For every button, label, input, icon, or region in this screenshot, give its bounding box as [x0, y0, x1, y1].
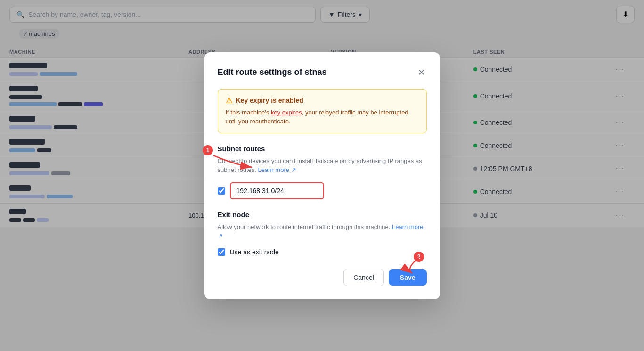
- save-button[interactable]: Save: [389, 269, 427, 286]
- modal-title: Edit route settings of stnas: [218, 67, 327, 77]
- subnet-routes-section: Subnet routes Connect to devices you can…: [218, 145, 427, 199]
- annotation-badge-2: 2: [414, 252, 424, 262]
- key-expires-link[interactable]: key expires: [271, 109, 302, 116]
- page-background: 🔍 Search by name, owner, tag, version...…: [0, 0, 644, 351]
- subnet-routes-title: Subnet routes: [218, 145, 427, 153]
- warning-banner: ⚠ Key expiry is enabled If this machine'…: [218, 89, 427, 133]
- modal-overlay: Edit route settings of stnas ✕ ⚠ Key exp…: [0, 0, 644, 351]
- close-icon: ✕: [418, 67, 425, 78]
- modal-header: Edit route settings of stnas ✕: [218, 65, 427, 80]
- route-checkbox[interactable]: [218, 187, 225, 195]
- warning-title: ⚠ Key expiry is enabled: [226, 96, 419, 105]
- modal-close-button[interactable]: ✕: [416, 65, 427, 80]
- exit-node-checkbox[interactable]: [218, 248, 225, 256]
- modal-footer: Cancel Save: [218, 269, 427, 286]
- exit-node-desc: Allow your network to route internet tra…: [218, 222, 427, 241]
- cancel-button[interactable]: Cancel: [343, 269, 384, 286]
- exit-node-section: Exit node Allow your network to route in…: [218, 211, 427, 256]
- exit-node-label: Use as exit node: [230, 248, 279, 256]
- route-input[interactable]: [230, 182, 324, 199]
- exit-node-title: Exit node: [218, 211, 427, 219]
- route-row: [218, 182, 427, 199]
- warning-icon: ⚠: [226, 96, 232, 105]
- exit-row: Use as exit node: [218, 248, 427, 256]
- subnet-learn-more-link[interactable]: Learn more ↗: [258, 166, 296, 173]
- annotation-badge-1: 1: [203, 145, 213, 155]
- warning-body: If this machine's key expires, your rela…: [226, 108, 419, 126]
- subnet-routes-desc: Connect to devices you can't install Tai…: [218, 156, 427, 175]
- edit-route-modal: Edit route settings of stnas ✕ ⚠ Key exp…: [204, 52, 440, 299]
